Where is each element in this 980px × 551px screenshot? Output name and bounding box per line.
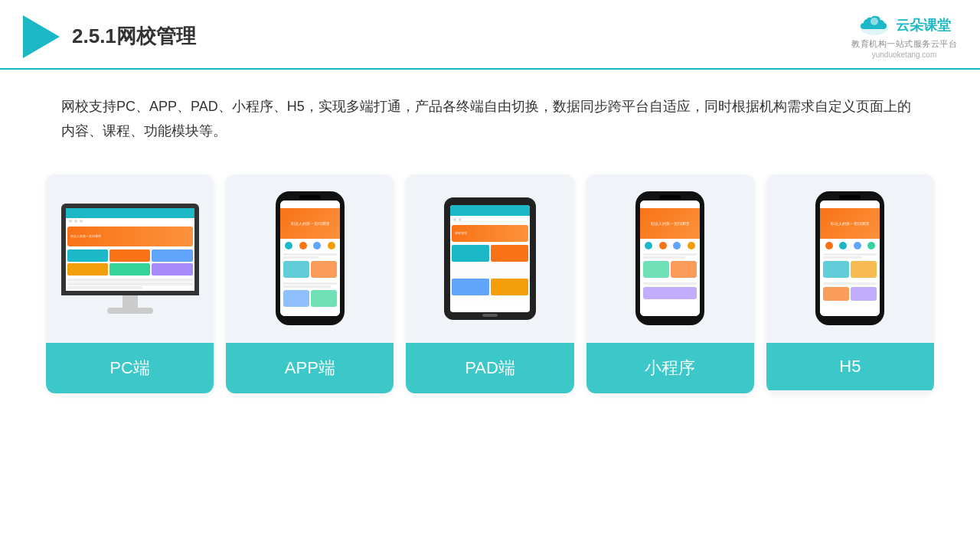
card-h5: 职达人的第一堂问课理 <box>766 174 934 393</box>
pc-monitor-icon: 职达人的第一堂问课理 <box>61 204 199 314</box>
brand-name: 云朵课堂 <box>896 16 951 34</box>
pad-tablet-icon: 课程管理 <box>444 197 536 320</box>
cloud-icon <box>858 14 891 37</box>
header-right: 云朵课堂 教育机构一站式服务云平台 yunduoketang.com <box>851 14 957 59</box>
card-pad: 课程管理 PAD端 <box>406 174 573 393</box>
cards-container: 职达人的第一堂问课理 <box>0 159 980 416</box>
page-title: 2.5.1网校管理 <box>72 23 196 50</box>
card-pad-image: 课程管理 <box>406 174 573 343</box>
card-h5-label: H5 <box>766 343 934 390</box>
card-pc-image: 职达人的第一堂问课理 <box>46 174 214 343</box>
header-left: 2.5.1网校管理 <box>23 15 196 58</box>
card-miniprogram-label: 小程序 <box>586 343 754 393</box>
app-phone-icon: 职达人的第一堂问课理 <box>276 191 345 325</box>
card-pad-label: PAD端 <box>406 343 573 393</box>
card-app-image: 职达人的第一堂问课理 <box>226 174 394 343</box>
h5-phone-icon: 职达人的第一堂问课理 <box>815 191 884 325</box>
card-app-label: APP端 <box>226 343 394 393</box>
card-miniprogram: 职达人的第一堂问课理 <box>586 174 754 393</box>
svg-point-1 <box>871 18 878 25</box>
brand-logo: 云朵课堂 <box>858 14 951 37</box>
header: 2.5.1网校管理 云朵课堂 教育机构一站式服务云平台 yunduoketang… <box>0 0 980 70</box>
card-pc: 职达人的第一堂问课理 <box>46 174 214 393</box>
card-h5-image: 职达人的第一堂问课理 <box>766 174 934 343</box>
brand-url: yunduoketang.com <box>872 51 937 59</box>
card-app: 职达人的第一堂问课理 <box>226 174 394 393</box>
miniprogram-phone-icon: 职达人的第一堂问课理 <box>635 191 704 325</box>
card-pc-label: PC端 <box>46 343 214 393</box>
card-miniprogram-image: 职达人的第一堂问课理 <box>586 174 754 343</box>
logo-triangle-icon <box>23 15 60 58</box>
description-text: 网校支持PC、APP、PAD、小程序、H5，实现多端打通，产品各终端自由切换，数… <box>0 70 980 159</box>
brand-slogan: 教育机构一站式服务云平台 <box>851 38 957 50</box>
